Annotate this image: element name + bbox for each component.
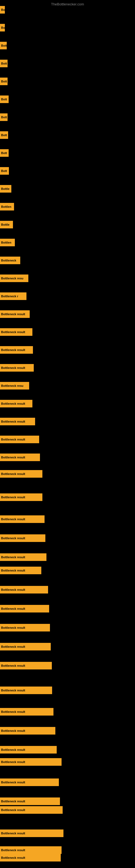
bar-18: Bottleneck result xyxy=(0,328,32,336)
bar-row-37: Bottleneck result xyxy=(0,686,52,694)
bar-label-45: Bottleneck result xyxy=(1,832,25,835)
bar-33: Bottleneck result xyxy=(0,605,49,613)
bar-47: Bottleneck result xyxy=(0,854,61,862)
bar-label-29: Bottleneck result xyxy=(1,536,25,540)
bar-row-34: Bottleneck result xyxy=(0,624,50,631)
bar-35: Bottleneck result xyxy=(0,643,51,650)
bar-row-11: Bottlen xyxy=(0,203,14,211)
bar-row-31: Bottleneck result xyxy=(0,567,41,574)
bar-row-7: Bott xyxy=(0,131,8,139)
site-title: TheBottlenecker.com xyxy=(0,0,135,7)
bar-34: Bottleneck result xyxy=(0,624,50,631)
bar-label-27: Bottleneck result xyxy=(1,496,25,499)
bar-43: Bottleneck result xyxy=(0,798,60,805)
bar-label-36: Bottleneck result xyxy=(1,664,25,667)
bar-label-31: Bottleneck result xyxy=(1,569,25,572)
bar-5: Bott xyxy=(0,95,9,103)
bar-row-16: Bottleneck r xyxy=(0,292,27,300)
bar-label-28: Bottleneck result xyxy=(1,518,25,521)
bar-row-39: Bottleneck result xyxy=(0,727,55,735)
bar-32: Bottleneck result xyxy=(0,586,48,593)
bar-label-33: Bottleneck result xyxy=(1,607,25,610)
bar-row-46: Bottleneck result xyxy=(0,846,61,854)
bar-42: Bottleneck result xyxy=(0,778,59,786)
bar-21: Bottleneck resu xyxy=(0,382,29,390)
bar-23: Bottleneck result xyxy=(0,418,35,425)
bar-8: Bott xyxy=(0,149,9,157)
bar-17: Bottleneck result xyxy=(0,310,30,318)
bar-label-43: Bottleneck result xyxy=(1,800,25,803)
bar-9: Bott xyxy=(0,167,9,175)
bar-label-0: Bo xyxy=(1,8,5,11)
bar-row-44: Bottleneck result xyxy=(0,806,63,814)
bar-label-34: Bottleneck result xyxy=(1,626,25,629)
bar-label-18: Bottleneck result xyxy=(1,330,25,334)
bar-row-23: Bottleneck result xyxy=(0,418,35,425)
bar-46: Bottleneck result xyxy=(0,846,61,854)
bar-row-2: Bott xyxy=(0,42,7,50)
bar-row-30: Bottleneck result xyxy=(0,553,46,561)
bar-label-39: Bottleneck result xyxy=(1,729,25,733)
bar-label-23: Bottleneck result xyxy=(1,420,25,423)
bar-row-40: Bottleneck result xyxy=(0,746,57,753)
bar-label-22: Bottleneck result xyxy=(1,402,25,405)
bar-label-15: Bottleneck resu xyxy=(1,277,24,280)
bar-2: Bott xyxy=(0,42,7,50)
bar-row-27: Bottleneck result xyxy=(0,493,42,501)
bar-24: Bottleneck result xyxy=(0,436,39,443)
bar-label-5: Bott xyxy=(1,98,7,101)
bar-44: Bottleneck result xyxy=(0,806,63,814)
bar-label-19: Bottleneck result xyxy=(1,348,25,351)
bar-label-1: Bo xyxy=(1,26,5,29)
bar-label-37: Bottleneck result xyxy=(1,689,25,692)
bar-6: Bott xyxy=(0,113,8,121)
bar-30: Bottleneck result xyxy=(0,553,46,561)
bar-16: Bottleneck r xyxy=(0,292,27,300)
bar-row-25: Bottleneck result xyxy=(0,454,40,461)
bar-row-6: Bott xyxy=(0,113,8,121)
bar-45: Bottleneck result xyxy=(0,830,63,837)
bar-label-7: Bott xyxy=(1,133,7,137)
bar-row-9: Bott xyxy=(0,167,9,175)
bar-row-28: Bottleneck result xyxy=(0,516,45,523)
bar-22: Bottleneck result xyxy=(0,400,32,407)
bar-label-14: Bottleneck xyxy=(1,259,16,262)
bar-row-41: Bottleneck result xyxy=(0,758,61,766)
bar-38: Bottleneck result xyxy=(0,708,53,716)
bar-26: Bottleneck result xyxy=(0,470,42,478)
bar-row-24: Bottleneck result xyxy=(0,436,39,443)
bar-29: Bottleneck result xyxy=(0,534,45,542)
bar-row-47: Bottleneck result xyxy=(0,854,61,862)
bar-label-6: Bott xyxy=(1,116,7,119)
bar-label-38: Bottleneck result xyxy=(1,710,25,713)
bar-25: Bottleneck result xyxy=(0,454,40,461)
bar-12: Bottle xyxy=(0,221,13,228)
bar-row-43: Bottleneck result xyxy=(0,798,60,805)
bar-row-45: Bottleneck result xyxy=(0,830,63,837)
bar-row-22: Bottleneck result xyxy=(0,400,32,407)
bar-label-3: Bott xyxy=(1,62,7,65)
bar-row-0: Bo xyxy=(0,6,5,13)
bar-row-8: Bott xyxy=(0,149,9,157)
bar-label-2: Bott xyxy=(1,44,7,47)
bar-label-9: Bott xyxy=(1,169,7,173)
bar-row-21: Bottleneck resu xyxy=(0,382,29,390)
bar-row-38: Bottleneck result xyxy=(0,708,53,716)
bar-label-41: Bottleneck result xyxy=(1,760,25,764)
bar-row-14: Bottleneck xyxy=(0,257,20,264)
bar-19: Bottleneck result xyxy=(0,346,33,354)
bar-label-20: Bottleneck result xyxy=(1,366,25,369)
bar-7: Bott xyxy=(0,131,8,139)
bar-label-12: Bottle xyxy=(1,223,9,226)
bar-3: Bott xyxy=(0,60,8,67)
bar-row-26: Bottleneck result xyxy=(0,470,42,478)
bar-label-25: Bottleneck result xyxy=(1,456,25,459)
bar-row-20: Bottleneck result xyxy=(0,364,34,372)
bar-row-42: Bottleneck result xyxy=(0,778,59,786)
bar-row-13: Bottlen xyxy=(0,239,15,246)
bar-row-32: Bottleneck result xyxy=(0,586,48,593)
bar-41: Bottleneck result xyxy=(0,758,61,766)
bar-label-42: Bottleneck result xyxy=(1,781,25,784)
bar-label-35: Bottleneck result xyxy=(1,645,25,648)
bar-label-8: Bott xyxy=(1,151,7,155)
